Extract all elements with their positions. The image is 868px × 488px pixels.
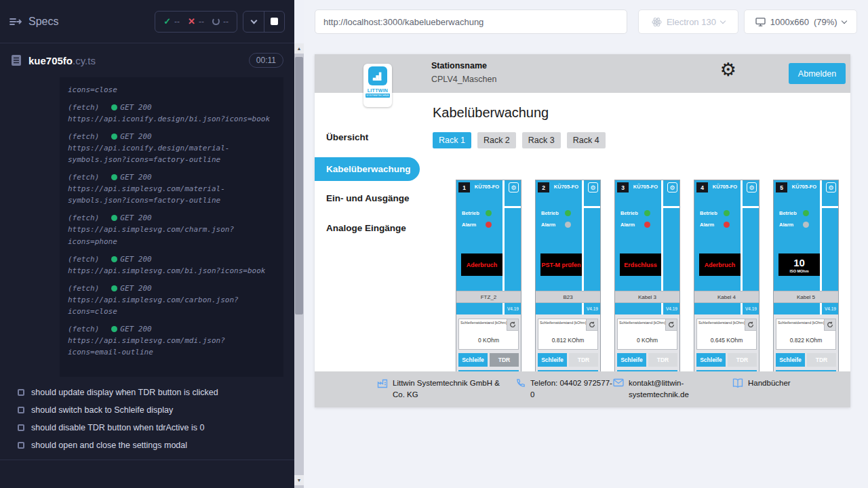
browser-select[interactable]: Electron 130	[638, 9, 739, 34]
schleife-button[interactable]: Schleife	[776, 353, 805, 367]
alarm-led	[724, 222, 730, 228]
status-ok-dot	[111, 285, 117, 291]
nav-kabelueberwachung[interactable]: Kabelüberwachung	[315, 157, 420, 181]
log-entry[interactable]: (fetch)GET 200 https://api.simplesvg.com…	[68, 171, 275, 206]
station-name: CPLV4_Maschen	[431, 75, 496, 84]
electron-icon	[652, 17, 662, 27]
device-settings-icon[interactable]: ⚙	[588, 182, 598, 192]
test-item[interactable]: should disable TDR button when tdrActive…	[0, 419, 294, 436]
tdr-button[interactable]: TDR	[490, 353, 519, 367]
log-url: https://api.iconify.design/material-symb…	[68, 142, 275, 165]
specs-label: Specs	[28, 16, 58, 28]
status-ok-dot	[111, 104, 117, 110]
url-input[interactable]	[315, 9, 627, 34]
schleife-button[interactable]: Schleife	[696, 353, 726, 367]
logout-button[interactable]: Abmelden	[789, 63, 846, 84]
viewport-select[interactable]: 1000x660 (79%)	[744, 9, 857, 34]
tdr-button[interactable]: TDR	[807, 353, 836, 367]
device-card-3: 3 KÜ705-FO ⚙ Betrieb Alarm Erdschluss Ka…	[614, 180, 680, 383]
log-entry[interactable]: (fetch)GET 200 https://api.simplesvg.com…	[68, 283, 275, 317]
panel-scrollbar[interactable]: ▲ ▼	[294, 43, 304, 488]
scroll-down-button[interactable]: ▼	[294, 475, 304, 485]
scrollbar-thumb[interactable]	[295, 57, 303, 314]
status-display: Erdschluss	[620, 253, 661, 276]
firmware-version: V4.19	[507, 306, 519, 311]
refresh-button[interactable]	[665, 319, 677, 331]
app-header: LITTWIN SYSTEMTECHNIK Stationsname CPLV4…	[315, 54, 850, 93]
spec-file-icon	[11, 54, 22, 66]
settings-gear-icon[interactable]: ⚙	[720, 61, 736, 79]
aut-region: Electron 130 1000x660 (79%) LITTWIN SYST…	[304, 0, 868, 488]
tab-rack-2[interactable]: Rack 2	[477, 132, 516, 148]
stat-failed: ✕--	[188, 16, 204, 26]
nav-uebersicht[interactable]: Übersicht	[315, 132, 368, 142]
footer-manuals[interactable]: Handbücher	[732, 378, 791, 389]
firmware-version: V4.19	[666, 306, 677, 311]
device-settings-icon[interactable]: ⚙	[826, 182, 836, 192]
stop-button[interactable]	[264, 12, 284, 32]
menu-arrow-icon	[9, 17, 22, 26]
command-log[interactable]: icons=close (fetch)GET 200 https://api.i…	[60, 77, 283, 377]
tdr-button[interactable]: TDR	[728, 353, 757, 367]
email-icon	[613, 378, 624, 387]
status-ok-dot	[111, 134, 117, 140]
log-url: https://api.simplesvg.com/mdi.json?icons…	[68, 335, 275, 358]
nav-ein-und-ausgaenge[interactable]: Ein- und Ausgänge	[315, 193, 410, 203]
schleife-button[interactable]: Schleife	[458, 353, 488, 367]
device-model: KÜ705-FO	[551, 184, 582, 190]
tab-rack-4[interactable]: Rack 4	[567, 132, 606, 148]
phone-icon	[515, 378, 526, 388]
nav-analoge-eingaenge[interactable]: Analoge Eingänge	[315, 223, 406, 233]
refresh-button[interactable]	[745, 319, 756, 331]
stat-passed: ✓--	[163, 16, 180, 26]
app-nav: Übersicht Kabelüberwachung Ein- und Ausg…	[315, 93, 426, 371]
divider	[0, 460, 294, 460]
tdr-button[interactable]: TDR	[648, 353, 677, 367]
specs-toggle[interactable]: Specs	[9, 16, 58, 28]
measurement-panel: Schleifenwiderstand [kOhm] 0 KOhm	[617, 319, 677, 350]
collapse-button[interactable]	[243, 12, 264, 32]
tab-rack-3[interactable]: Rack 3	[522, 132, 561, 148]
test-item[interactable]: should open and close the settings modal	[0, 436, 294, 454]
log-entry[interactable]: (fetch)GET 200 https://api.simplesvg.com…	[68, 253, 275, 277]
test-list: should update display when TDR button is…	[0, 384, 294, 460]
check-icon: ✓	[163, 16, 171, 26]
schleife-button[interactable]: Schleife	[617, 353, 646, 367]
cable-name: Kabel 5	[774, 291, 838, 303]
test-item[interactable]: should switch back to Schleife display	[0, 401, 294, 419]
spec-header[interactable]: kue705fo.cy.ts 00:11	[0, 43, 294, 77]
schleife-button[interactable]: Schleife	[538, 353, 567, 367]
spinner-icon	[212, 18, 220, 25]
firmware-version: V4.19	[825, 306, 836, 311]
scroll-up-button[interactable]: ▲	[294, 43, 304, 54]
test-item[interactable]: should update display when TDR button is…	[0, 384, 294, 401]
browser-bar: Electron 130 1000x660 (79%)	[304, 0, 868, 43]
measurement-panel: Schleifenwiderstand [kOhm] 0 KOhm	[458, 319, 519, 350]
refresh-button[interactable]	[586, 319, 597, 331]
device-cards: 1 KÜ705-FO ⚙ Betrieb Alarm Aderbruch FTZ…	[456, 180, 839, 383]
device-model: KÜ705-FO	[471, 184, 502, 190]
refresh-button[interactable]	[824, 319, 835, 331]
log-entry[interactable]: (fetch)GET 200 https://api.simplesvg.com…	[68, 212, 275, 247]
log-url: https://api.iconify.design/bi.json?icons…	[68, 113, 275, 125]
log-entry[interactable]: (fetch)GET 200 https://api.simplesvg.com…	[68, 323, 275, 358]
measurement-value: 0.645 KOhm	[697, 337, 756, 344]
footer-email: kontakt@littwin-systemtechnik.de	[613, 378, 696, 401]
log-entry[interactable]: (fetch)GET 200 https://api.iconify.desig…	[68, 102, 275, 125]
device-settings-icon[interactable]: ⚙	[667, 182, 677, 192]
device-card-1: 1 KÜ705-FO ⚙ Betrieb Alarm Aderbruch FTZ…	[456, 180, 521, 383]
station-info: Stationsname CPLV4_Maschen	[431, 61, 496, 84]
measurement-panel: Schleifenwiderstand [kOhm] 0.812 KOhm	[538, 319, 598, 350]
device-number: 2	[538, 182, 549, 192]
tab-rack-1[interactable]: Rack 1	[433, 132, 471, 148]
log-entry[interactable]: (fetch)GET 200 https://api.iconify.desig…	[68, 131, 275, 165]
cable-name: B23	[536, 291, 600, 303]
log-url: https://api.simplesvg.com/charm.json?ico…	[68, 224, 275, 247]
device-settings-icon[interactable]: ⚙	[509, 182, 519, 192]
status-ok-dot	[111, 215, 117, 221]
tdr-button[interactable]: TDR	[569, 353, 598, 367]
status-ok-dot	[111, 174, 117, 180]
cable-name: Kabel 3	[615, 291, 679, 303]
refresh-button[interactable]	[507, 319, 518, 331]
device-settings-icon[interactable]: ⚙	[747, 182, 757, 192]
